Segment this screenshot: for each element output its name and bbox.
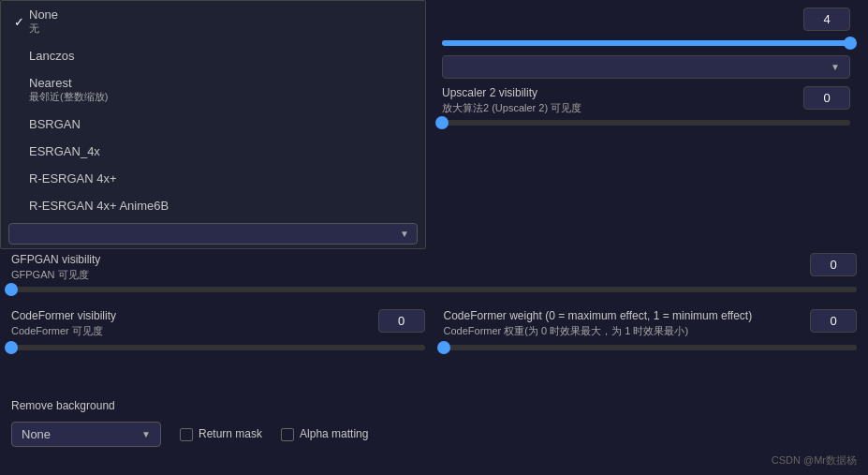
alpha-matting-label: Alpha matting xyxy=(300,427,368,442)
item-sublabel-nearest: 最邻近(整数缩放) xyxy=(29,90,108,104)
upscaler2-slider-track[interactable] xyxy=(442,120,850,126)
upscaler2-select-box[interactable]: ▼ xyxy=(442,55,850,79)
item-label-none: None xyxy=(29,7,58,22)
item-label-bsrgan: BSRGAN xyxy=(29,117,81,131)
codeformer-visibility-label: CodeFormer visibility CodeFormer 可见度 xyxy=(11,309,116,337)
bottom-controls: Remove background None ▼ Return mask Alp… xyxy=(0,398,868,447)
nearest-slider-thumb[interactable] xyxy=(844,37,857,50)
gfpgan-section: GFPGAN visibility GFPGAN 可见度 0 xyxy=(0,253,868,298)
codeformer-weight-value[interactable]: 0 xyxy=(810,309,857,333)
dropdown-item-resrgan4x[interactable]: R-ESRGAN 4x+ xyxy=(1,165,425,192)
item-label-esrgan4x: ESRGAN_4x xyxy=(29,144,100,158)
gfpgan-label: GFPGAN visibility GFPGAN 可见度 xyxy=(11,253,100,281)
item-label-resrgan4x-anime: R-ESRGAN 4x+ Anime6B xyxy=(29,199,169,213)
scale-factor-value[interactable]: 4 xyxy=(803,7,850,31)
dropdown-item-bsrgan[interactable]: BSRGAN xyxy=(1,111,425,138)
codeformer-visibility-slider-thumb[interactable] xyxy=(5,341,18,354)
remove-bg-arrow: ▼ xyxy=(141,429,151,439)
codeformer-weight-label: CodeFormer weight (0 = maximum effect, 1… xyxy=(444,309,753,337)
dropdown-search-input[interactable]: ▼ xyxy=(8,223,418,245)
dropdown-item-nearest[interactable]: Nearest 最邻近(整数缩放) xyxy=(1,69,425,111)
gfpgan-value[interactable]: 0 xyxy=(810,253,857,276)
watermark: CSDN @Mr数据杨 xyxy=(772,453,857,468)
codeformer-visibility-slider-track[interactable] xyxy=(11,345,425,350)
nearest-slider-track[interactable] xyxy=(442,40,850,46)
right-panel: 4 ▼ Upscaler 2 visibility 放大算法2 (Upscale… xyxy=(431,0,861,139)
gfpgan-slider xyxy=(11,287,857,292)
codeformer-weight-slider-thumb[interactable] xyxy=(437,341,450,354)
codeformer-visibility-slider-col xyxy=(11,341,425,350)
remove-bg-label: Remove background xyxy=(11,399,115,412)
alpha-matting-checkbox[interactable] xyxy=(281,428,294,441)
nearest-slider-fill xyxy=(442,40,850,46)
gfpgan-slider-track[interactable] xyxy=(11,287,857,292)
return-mask-checkbox[interactable] xyxy=(180,428,193,441)
selected-checkmark: ✓ xyxy=(14,15,29,29)
item-sublabel-none: 无 xyxy=(29,22,58,36)
codeformer-sliders xyxy=(11,341,857,350)
codeformer-visibility-value[interactable]: 0 xyxy=(378,309,425,333)
upscaler2-slider-thumb[interactable] xyxy=(435,116,449,129)
item-label-resrgan4x: R-ESRGAN 4x+ xyxy=(29,171,117,186)
codeformer-weight-col: CodeFormer weight (0 = maximum effect, 1… xyxy=(444,309,858,337)
return-mask-label: Return mask xyxy=(199,427,262,442)
nearest-slider-row xyxy=(442,40,850,46)
upscaler-dropdown[interactable]: ✓ None 无 Lanczos Nearest 最邻近(整数缩放) BSRGA… xyxy=(0,0,426,249)
dropdown-item-resrgan4x-anime[interactable]: R-ESRGAN 4x+ Anime6B xyxy=(1,192,425,219)
bottom-row: None ▼ Return mask Alpha matting xyxy=(11,422,857,447)
gfpgan-slider-thumb[interactable] xyxy=(5,283,18,296)
alpha-matting-row: Alpha matting xyxy=(281,427,368,442)
upscaler2-select-arrow: ▼ xyxy=(831,62,840,72)
upscaler2-label: Upscaler 2 visibility 放大算法2 (Upscaler 2)… xyxy=(442,86,581,114)
dropdown-item-none[interactable]: ✓ None 无 xyxy=(1,1,425,42)
dropdown-item-esrgan4x[interactable]: ESRGAN_4x xyxy=(1,138,425,165)
codeformer-visibility-col: CodeFormer visibility CodeFormer 可见度 0 xyxy=(11,309,425,337)
remove-bg-select[interactable]: None ▼ xyxy=(11,422,161,447)
codeformer-weight-slider-col xyxy=(444,341,858,350)
remove-bg-value: None xyxy=(22,427,51,441)
item-label-lanczos: Lanczos xyxy=(29,49,74,63)
upscaler2-slider xyxy=(442,120,850,126)
dropdown-item-lanczos[interactable]: Lanczos xyxy=(1,42,425,69)
return-mask-row: Return mask xyxy=(180,427,262,442)
codeformer-section: CodeFormer visibility CodeFormer 可见度 0 C… xyxy=(0,309,868,350)
upscaler2-value[interactable]: 0 xyxy=(803,86,850,110)
codeformer-weight-slider-track[interactable] xyxy=(444,345,858,350)
item-label-nearest: Nearest xyxy=(29,76,108,90)
codeformer-row: CodeFormer visibility CodeFormer 可见度 0 C… xyxy=(11,309,857,337)
